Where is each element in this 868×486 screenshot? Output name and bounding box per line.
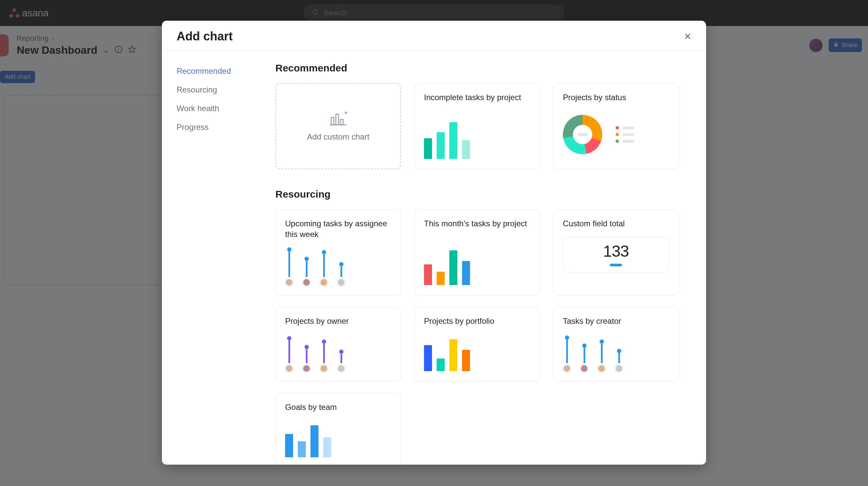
number-card-preview: 133 xyxy=(563,237,669,273)
card-title: Projects by portfolio xyxy=(424,316,530,326)
add-custom-chart-label: Add custom chart xyxy=(307,132,370,141)
card-title: Goals by team xyxy=(285,402,391,413)
sidebar-item-work-health[interactable]: Work health xyxy=(177,99,272,118)
card-upcoming-tasks-by-assignee[interactable]: Upcoming tasks by assignee this week xyxy=(275,209,401,295)
card-goals-by-team[interactable]: Goals by team xyxy=(275,393,401,465)
sidebar-item-recommended[interactable]: Recommended xyxy=(177,62,272,80)
card-this-months-tasks-by-project[interactable]: This month's tasks by project xyxy=(414,209,540,295)
svg-rect-9 xyxy=(341,120,343,125)
bar-chart-preview xyxy=(424,235,530,286)
card-projects-by-status[interactable]: Projects by status xyxy=(553,83,679,169)
card-title: This month's tasks by project xyxy=(424,218,530,229)
card-projects-by-owner[interactable]: Projects by owner xyxy=(275,307,401,382)
modal-sidebar: Recommended Resourcing Work health Progr… xyxy=(162,51,272,465)
section-title-resourcing: Resourcing xyxy=(275,189,690,200)
close-button[interactable]: ✕ xyxy=(684,31,691,42)
card-title: Projects by owner xyxy=(285,316,391,326)
card-title: Projects by status xyxy=(563,92,669,103)
lollipop-chart-preview xyxy=(285,332,391,372)
close-icon: ✕ xyxy=(684,31,691,42)
card-title: Upcoming tasks by assignee this week xyxy=(285,218,391,240)
sidebar-item-resourcing[interactable]: Resourcing xyxy=(177,80,272,99)
sidebar-item-progress[interactable]: Progress xyxy=(177,118,272,136)
modal-overlay[interactable]: Add chart ✕ Recommended Resourcing Work … xyxy=(0,0,868,486)
card-custom-field-total[interactable]: Custom field total 133 xyxy=(553,209,679,295)
svg-rect-7 xyxy=(331,118,334,125)
card-title: Tasks by creator xyxy=(563,316,669,326)
lollipop-chart-preview xyxy=(563,332,669,372)
card-add-custom-chart[interactable]: Add custom chart xyxy=(275,83,401,169)
card-title: Incomplete tasks by project xyxy=(424,92,530,103)
add-chart-modal: Add chart ✕ Recommended Resourcing Work … xyxy=(162,21,706,465)
modal-content: Recommended Add custom char xyxy=(272,51,706,465)
donut-chart-preview xyxy=(563,109,669,160)
bar-chart-preview xyxy=(424,109,530,160)
svg-rect-8 xyxy=(336,114,339,125)
bar-chart-preview xyxy=(285,419,391,459)
modal-title: Add chart xyxy=(177,29,233,43)
lollipop-chart-preview xyxy=(285,246,391,286)
bar-chart-preview xyxy=(424,332,530,372)
card-projects-by-portfolio[interactable]: Projects by portfolio xyxy=(414,307,540,382)
card-incomplete-tasks-by-project[interactable]: Incomplete tasks by project xyxy=(414,83,540,169)
card-tasks-by-creator[interactable]: Tasks by creator xyxy=(553,307,679,382)
number-value: 133 xyxy=(603,242,629,260)
section-title-recommended: Recommended xyxy=(275,62,690,74)
bar-chart-plus-icon xyxy=(329,111,347,127)
card-title: Custom field total xyxy=(563,218,669,229)
